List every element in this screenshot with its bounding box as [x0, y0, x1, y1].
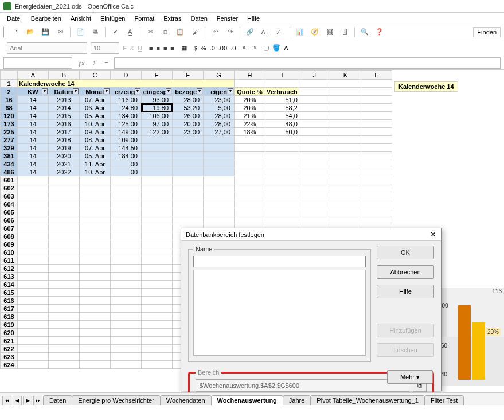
cell[interactable] — [361, 104, 392, 112]
cell[interactable] — [299, 144, 330, 152]
cell[interactable] — [111, 297, 142, 305]
cell[interactable] — [235, 176, 265, 184]
cell[interactable] — [49, 208, 80, 216]
paste-icon[interactable]: 📋 — [174, 26, 186, 38]
cell[interactable] — [18, 184, 49, 192]
cell[interactable] — [111, 208, 142, 216]
data-cell[interactable]: 125,00 — [111, 120, 142, 128]
italic-icon[interactable]: K — [130, 45, 134, 52]
cell[interactable] — [361, 128, 392, 136]
menu-ansicht[interactable]: Ansicht — [67, 14, 95, 23]
merge-cells-icon[interactable]: ▦ — [181, 44, 187, 52]
cell[interactable] — [299, 160, 330, 168]
undo-icon[interactable]: ↶ — [209, 26, 221, 38]
filter-header[interactable]: eigen▼ — [204, 88, 235, 96]
filter-dropdown-icon[interactable]: ▼ — [73, 88, 79, 94]
data-cell[interactable]: 14 — [18, 104, 49, 112]
data-cell[interactable]: 07. Apr — [80, 144, 111, 152]
row-header[interactable]: 603 — [1, 192, 18, 200]
cell[interactable] — [299, 192, 330, 200]
cell[interactable] — [142, 345, 173, 353]
cell[interactable] — [49, 297, 80, 305]
align-justify-icon[interactable]: ≡ — [170, 45, 174, 52]
cell[interactable] — [142, 256, 173, 265]
data-cell[interactable]: 10. Apr — [80, 120, 111, 128]
align-left-icon[interactable]: ≡ — [149, 45, 153, 52]
cell[interactable] — [49, 224, 80, 232]
filter-dropdown-icon[interactable]: ▼ — [166, 88, 171, 94]
underline-icon[interactable]: U — [138, 45, 142, 52]
data-cell[interactable]: 2016 — [49, 120, 80, 128]
row-header[interactable]: 434 — [1, 160, 18, 168]
data-cell[interactable]: 2014 — [49, 104, 80, 112]
cell[interactable] — [80, 256, 111, 265]
filter-header[interactable]: eingespe▼ — [142, 88, 173, 96]
row-header[interactable]: 602 — [1, 184, 18, 192]
cell[interactable] — [299, 184, 330, 192]
cell[interactable] — [142, 208, 173, 216]
cell[interactable] — [265, 80, 299, 88]
cell[interactable] — [49, 256, 80, 265]
column-header-B[interactable]: B — [49, 71, 80, 80]
data-cell[interactable]: 11. Apr — [80, 160, 111, 168]
data-cell[interactable]: 24,80 — [111, 104, 142, 112]
row-header[interactable]: 619 — [1, 321, 18, 329]
quote-cell[interactable]: 21% — [235, 112, 265, 120]
menu-hilfe[interactable]: Hilfe — [244, 14, 263, 23]
cell[interactable] — [330, 192, 361, 200]
cell[interactable] — [111, 265, 142, 273]
ok-button[interactable]: OK — [377, 246, 434, 259]
row-header[interactable]: 16 — [1, 96, 18, 104]
cell[interactable] — [361, 200, 392, 208]
cell[interactable] — [361, 184, 392, 192]
quote-cell[interactable] — [235, 136, 265, 144]
cell[interactable] — [265, 200, 299, 208]
sort-desc-icon[interactable]: Z↓ — [274, 26, 286, 38]
data-cell[interactable]: 05. Apr — [80, 112, 111, 120]
cell[interactable] — [49, 337, 80, 345]
align-right-icon[interactable]: ≡ — [163, 45, 167, 52]
verbrauch-cell[interactable]: 48,0 — [265, 120, 299, 128]
cell[interactable] — [111, 281, 142, 289]
data-cell[interactable]: 10. Apr — [80, 168, 111, 176]
cell[interactable] — [330, 200, 361, 208]
cell[interactable] — [142, 192, 173, 200]
cell[interactable] — [18, 289, 49, 297]
data-cell[interactable]: 116,00 — [111, 96, 142, 104]
zoom-icon[interactable]: 🔍 — [358, 26, 371, 38]
cell[interactable] — [111, 353, 142, 361]
cell[interactable] — [80, 224, 111, 232]
cell[interactable] — [330, 128, 361, 136]
cell[interactable] — [299, 152, 330, 160]
data-cell[interactable]: 14 — [18, 112, 49, 120]
column-header-K[interactable]: K — [330, 71, 361, 80]
sheet-tab[interactable]: Daten — [43, 395, 72, 405]
data-cell[interactable]: 05. Apr — [80, 152, 111, 160]
data-cell[interactable]: 2017 — [49, 128, 80, 136]
datasources-icon[interactable]: 🗄 — [338, 26, 351, 38]
cell[interactable] — [299, 128, 330, 136]
data-cell[interactable] — [204, 168, 235, 176]
cell[interactable] — [142, 265, 173, 273]
cell[interactable] — [80, 281, 111, 289]
data-cell[interactable] — [142, 168, 173, 176]
cell[interactable] — [18, 256, 49, 265]
cell[interactable] — [235, 192, 265, 200]
cell[interactable] — [299, 176, 330, 184]
verbrauch-cell[interactable] — [265, 136, 299, 144]
sheet-tab[interactable]: Wochendaten — [160, 395, 212, 405]
cell[interactable] — [142, 216, 173, 224]
data-cell[interactable]: 2015 — [49, 112, 80, 120]
cell[interactable] — [142, 176, 173, 184]
cell[interactable] — [80, 216, 111, 224]
cell[interactable] — [173, 200, 204, 208]
cell[interactable] — [265, 208, 299, 216]
sheet-tab[interactable]: Wochenauswertung — [211, 395, 283, 405]
cell[interactable] — [18, 216, 49, 224]
name-box[interactable] — [3, 57, 72, 69]
cell[interactable] — [18, 337, 49, 345]
cell[interactable] — [330, 208, 361, 216]
cell[interactable] — [361, 192, 392, 200]
remove-decimal-icon[interactable]: .0 — [230, 45, 236, 52]
row-header[interactable]: 605 — [1, 208, 18, 216]
